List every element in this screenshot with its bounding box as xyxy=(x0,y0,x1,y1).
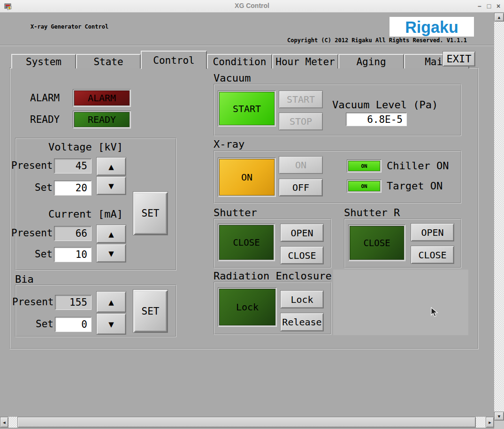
ready-label: READY xyxy=(30,114,60,125)
radiation-enclosure-title: Radiation Enclosure xyxy=(214,270,332,282)
bia-set-field[interactable]: 0 xyxy=(55,317,92,332)
bia-set-button[interactable]: SET xyxy=(133,289,168,333)
scroll-down-button[interactable]: ▼ xyxy=(494,412,504,421)
bia-down-button[interactable]: ▼ xyxy=(96,313,126,335)
current-set-field[interactable]: 10 xyxy=(54,247,92,262)
down-arrow-icon: ▼ xyxy=(108,319,114,329)
vacuum-start-button[interactable]: START xyxy=(279,90,323,108)
up-arrow-icon: ▲ xyxy=(108,161,114,172)
tab-aging[interactable]: Aging xyxy=(338,54,404,68)
voltage-current-set-button[interactable]: SET xyxy=(133,191,168,235)
shutter-title: Shutter xyxy=(214,207,257,218)
scroll-up-button[interactable]: ▲ xyxy=(494,13,504,22)
xray-title: X-ray xyxy=(214,138,244,150)
voltage-present-label: Present xyxy=(11,160,53,171)
up-arrow-icon: ▲ xyxy=(108,229,114,239)
ready-indicator: READY xyxy=(73,111,131,128)
radiation-enclosure-status-indicator: Lock xyxy=(218,287,277,327)
voltage-set-label: Set xyxy=(11,182,53,193)
window-title: XG Control xyxy=(0,2,504,9)
tab-condition[interactable]: Condition xyxy=(207,54,272,68)
shutter-close-button[interactable]: CLOSE xyxy=(280,246,324,264)
maximize-icon[interactable]: □ xyxy=(484,1,494,11)
vacuum-status-indicator: START xyxy=(218,90,276,127)
mouse-cursor xyxy=(431,307,438,319)
enclosure-lock-button[interactable]: Lock xyxy=(280,290,324,309)
xray-on-button[interactable]: ON xyxy=(279,156,323,174)
app-header-label: X-ray Generator Control xyxy=(31,23,108,30)
shutter-r-open-button[interactable]: OPEN xyxy=(411,223,454,241)
vacuum-stop-button[interactable]: STOP xyxy=(279,113,323,130)
shutter-r-close-button[interactable]: CLOSE xyxy=(411,246,454,264)
rigaku-logo-text: Rigaku xyxy=(405,17,458,37)
scroll-left-button[interactable]: ◀ xyxy=(0,417,8,428)
empty-subpanel xyxy=(333,270,468,335)
exit-button[interactable]: EXIT xyxy=(443,51,475,67)
current-present-field: 66 xyxy=(54,226,92,241)
tab-control[interactable]: Control xyxy=(141,51,207,69)
close-icon[interactable]: × xyxy=(494,1,503,11)
current-down-button[interactable]: ▼ xyxy=(96,244,126,263)
minimize-icon[interactable]: – xyxy=(475,1,484,11)
shutter-open-button[interactable]: OPEN xyxy=(280,224,324,242)
header-divider xyxy=(0,45,504,46)
voltage-set-field[interactable]: 20 xyxy=(54,181,92,196)
title-bar: XG Control – □ × xyxy=(0,0,504,13)
bia-present-field: 155 xyxy=(55,295,92,310)
shutter-status-indicator: CLOSE xyxy=(218,224,275,261)
chiller-on-indicator: ON xyxy=(347,159,382,173)
xray-off-button[interactable]: OFF xyxy=(279,179,323,196)
alarm-indicator: ALARM xyxy=(73,89,131,107)
alarm-label: ALARM xyxy=(30,92,60,104)
shutter-r-status-indicator: CLOSE xyxy=(348,225,405,261)
tab-state[interactable]: State xyxy=(76,54,141,68)
rigaku-logo: Rigaku xyxy=(389,17,474,37)
up-arrow-icon: ▲ xyxy=(108,297,114,307)
xray-status-indicator: ON xyxy=(218,158,276,197)
vertical-scrollbar-track[interactable] xyxy=(494,13,504,421)
vacuum-level-label: Vacuum Level (Pa) xyxy=(332,99,438,111)
target-on-indicator: ON xyxy=(347,180,382,193)
voltage-down-button[interactable]: ▼ xyxy=(96,176,126,195)
horizontal-scrollbar-thumb[interactable] xyxy=(17,417,476,428)
enclosure-release-button[interactable]: Release xyxy=(280,313,324,331)
voltage-present-field: 45 xyxy=(54,158,92,173)
scroll-right-icon: ▶ xyxy=(489,420,491,425)
down-arrow-icon: ▼ xyxy=(108,248,114,258)
current-up-button[interactable]: ▲ xyxy=(96,225,126,243)
scroll-left-icon: ◀ xyxy=(3,420,5,425)
voltage-up-button[interactable]: ▲ xyxy=(96,157,126,176)
tab-hour-meter[interactable]: Hour Meter xyxy=(272,54,338,68)
chiller-on-label: Chiller ON xyxy=(387,160,449,172)
target-on-label: Target ON xyxy=(387,180,443,192)
bia-up-button[interactable]: ▲ xyxy=(96,291,126,313)
voltage-title: Voltage [kV] xyxy=(48,141,123,153)
vacuum-title: Vacuum xyxy=(214,72,251,84)
bia-title: Bia xyxy=(15,273,34,285)
shutter-r-title: Shutter R xyxy=(344,207,400,218)
bia-present-label: Present xyxy=(12,296,53,308)
scroll-up-icon: ▲ xyxy=(498,15,500,20)
xg-control-window: XG Control – □ × X-ray Generator Control… xyxy=(0,0,504,429)
vacuum-level-field: 6.8E-5 xyxy=(346,113,407,126)
current-title: Current [mA] xyxy=(48,208,123,220)
scroll-right-button[interactable]: ▶ xyxy=(486,417,494,428)
scroll-down-icon: ▼ xyxy=(498,414,500,419)
bia-set-label: Set xyxy=(12,318,53,330)
scrollbar-corner xyxy=(494,421,504,429)
tab-system[interactable]: System xyxy=(11,54,76,68)
down-arrow-icon: ▼ xyxy=(108,181,114,191)
current-present-label: Present xyxy=(11,227,53,239)
current-set-label: Set xyxy=(11,248,53,260)
copyright-text: Copyright (C) 2012 Rigaku All Rights Res… xyxy=(287,37,467,44)
